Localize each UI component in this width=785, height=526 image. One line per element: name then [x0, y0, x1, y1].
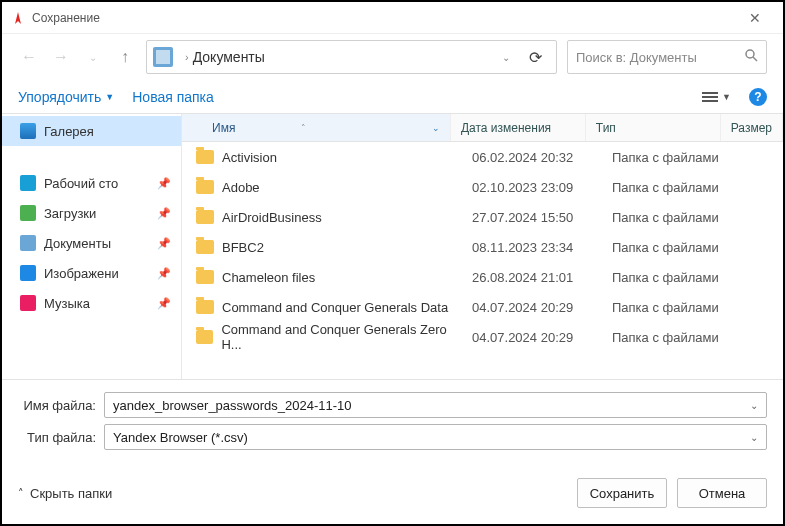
form-area: Имя файла: yandex_browser_passwords_2024… — [2, 380, 783, 464]
pin-icon: 📌 — [157, 297, 171, 310]
file-list[interactable]: Activision 06.02.2024 20:32 Папка с файл… — [182, 142, 783, 379]
folder-icon — [20, 205, 36, 221]
table-row[interactable]: Activision 06.02.2024 20:32 Папка с файл… — [182, 142, 783, 172]
chevron-down-icon: ▼ — [722, 92, 731, 102]
folder-icon — [196, 210, 214, 224]
back-button[interactable]: ← — [18, 46, 40, 68]
column-name[interactable]: Имя ˄ ⌄ — [182, 114, 451, 141]
search-icon — [744, 48, 758, 66]
footer: ˄ Скрыть папки Сохранить Отмена — [2, 464, 783, 524]
pin-icon: 📌 — [157, 237, 171, 250]
sidebar: Галерея Рабочий сто📌Загрузки📌Документы📌И… — [2, 114, 182, 379]
column-headers: Имя ˄ ⌄ Дата изменения Тип Размер — [182, 114, 783, 142]
table-row[interactable]: Command and Conquer Generals Data 04.07.… — [182, 292, 783, 322]
column-type[interactable]: Тип — [586, 114, 721, 141]
chevron-down-icon[interactable]: ⌄ — [750, 400, 758, 411]
up-button[interactable]: ↑ — [114, 46, 136, 68]
sidebar-item-gallery[interactable]: Галерея — [2, 116, 181, 146]
cancel-button[interactable]: Отмена — [677, 478, 767, 508]
chevron-down-icon[interactable]: ⌄ — [502, 52, 510, 63]
sidebar-item[interactable]: Рабочий сто📌 — [2, 168, 181, 198]
hide-folders-button[interactable]: ˄ Скрыть папки — [18, 486, 112, 501]
table-row[interactable]: Chameleon files 26.08.2024 21:01 Папка с… — [182, 262, 783, 292]
address-bar[interactable]: › Документы ⌄ ⟳ — [146, 40, 557, 74]
dialog-title: Сохранение — [32, 11, 735, 25]
save-button[interactable]: Сохранить — [577, 478, 667, 508]
sidebar-item[interactable]: Загрузки📌 — [2, 198, 181, 228]
svg-line-1 — [753, 57, 757, 61]
nav-bar: ← → ⌄ ↑ › Документы ⌄ ⟳ Поиск в: Докумен… — [2, 34, 783, 80]
organize-button[interactable]: Упорядочить ▼ — [18, 89, 114, 105]
folder-icon — [196, 270, 214, 284]
filetype-label: Тип файла: — [18, 430, 104, 445]
location-text: Документы — [193, 49, 502, 65]
sidebar-item[interactable]: Документы📌 — [2, 228, 181, 258]
filename-label: Имя файла: — [18, 398, 104, 413]
toolbar: Упорядочить ▼ Новая папка ▼ ? — [2, 80, 783, 114]
folder-icon — [196, 150, 214, 164]
sidebar-item[interactable]: Музыка📌 — [2, 288, 181, 318]
close-icon[interactable]: ✕ — [735, 10, 775, 26]
body: Галерея Рабочий сто📌Загрузки📌Документы📌И… — [2, 114, 783, 379]
sort-asc-icon: ˄ — [301, 123, 306, 133]
table-row[interactable]: Command and Conquer Generals Zero H... 0… — [182, 322, 783, 352]
chevron-right-icon: › — [185, 51, 189, 63]
folder-icon — [196, 180, 214, 194]
folder-icon — [196, 300, 214, 314]
file-pane: Имя ˄ ⌄ Дата изменения Тип Размер Activi… — [182, 114, 783, 379]
folder-icon — [20, 295, 36, 311]
app-icon — [10, 10, 26, 26]
filename-input[interactable]: yandex_browser_passwords_2024-11-10 ⌄ — [104, 392, 767, 418]
chevron-down-icon[interactable]: ⌄ — [432, 123, 440, 133]
table-row[interactable]: Adobe 02.10.2023 23:09 Папка с файлами — [182, 172, 783, 202]
filetype-select[interactable]: Yandex Browser (*.csv) ⌄ — [104, 424, 767, 450]
pin-icon: 📌 — [157, 207, 171, 220]
svg-point-0 — [746, 50, 754, 58]
column-size[interactable]: Размер — [721, 114, 783, 141]
gallery-icon — [20, 123, 36, 139]
view-mode-button[interactable]: ▼ — [702, 91, 731, 103]
search-placeholder: Поиск в: Документы — [576, 50, 744, 65]
forward-button[interactable]: → — [50, 46, 72, 68]
sidebar-item[interactable]: Изображени📌 — [2, 258, 181, 288]
folder-icon — [20, 175, 36, 191]
chevron-down-icon: ▼ — [105, 92, 114, 102]
folder-icon — [196, 330, 213, 344]
folder-icon — [20, 235, 36, 251]
pin-icon: 📌 — [157, 267, 171, 280]
refresh-button[interactable]: ⟳ — [520, 48, 550, 67]
search-input[interactable]: Поиск в: Документы — [567, 40, 767, 74]
folder-icon — [20, 265, 36, 281]
help-icon[interactable]: ? — [749, 88, 767, 106]
folder-icon — [153, 47, 173, 67]
table-row[interactable]: BFBC2 08.11.2023 23:34 Папка с файлами — [182, 232, 783, 262]
recent-dropdown-icon[interactable]: ⌄ — [82, 46, 104, 68]
pin-icon: 📌 — [157, 177, 171, 190]
chevron-down-icon[interactable]: ⌄ — [750, 432, 758, 443]
new-folder-button[interactable]: Новая папка — [132, 89, 214, 105]
save-dialog: Сохранение ✕ ← → ⌄ ↑ › Документы ⌄ ⟳ Пои… — [0, 0, 785, 526]
column-date[interactable]: Дата изменения — [451, 114, 586, 141]
folder-icon — [196, 240, 214, 254]
title-bar: Сохранение ✕ — [2, 2, 783, 34]
save-highlight: Сохранить — [577, 478, 667, 508]
chevron-up-icon: ˄ — [18, 487, 24, 500]
table-row[interactable]: AirDroidBusiness 27.07.2024 15:50 Папка … — [182, 202, 783, 232]
